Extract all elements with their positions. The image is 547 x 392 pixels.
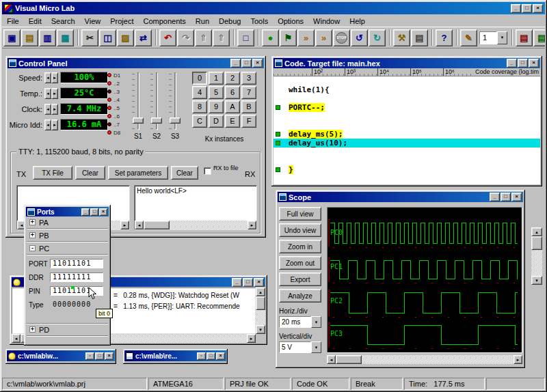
horiz-div-select[interactable]: 20 ms ▼ [279, 316, 321, 328]
port-branch-pb[interactable]: +PB [26, 231, 109, 240]
menu-edit[interactable]: Edit [24, 16, 46, 27]
maximize-button[interactable]: □ [518, 59, 528, 68]
vert-div-select[interactable]: 5 V ▼ [279, 341, 321, 353]
port-branch-pd[interactable]: +PD [26, 325, 109, 334]
close-button[interactable]: × [254, 278, 264, 287]
keypad-key-C[interactable]: C [192, 115, 207, 128]
keypad-key-3[interactable]: 3 [241, 72, 256, 85]
tx-file-button[interactable]: TX File [33, 166, 72, 180]
spin-up-button[interactable]: ► [51, 72, 58, 83]
instance-combo[interactable]: 1▼ [479, 31, 507, 44]
close-button[interactable]: × [252, 59, 263, 68]
code-listing[interactable]: while(1){PORTC--;delay_ms(5);delay_us(10… [274, 76, 540, 184]
export-button[interactable]: Export [279, 272, 321, 286]
keypad-key-1[interactable]: 1 [209, 72, 224, 85]
expand-icon[interactable]: + [29, 326, 36, 333]
scroll-down-button[interactable]: ▼ [531, 276, 542, 285]
keypad-key-9[interactable]: 9 [209, 100, 224, 113]
maximize-button[interactable]: □ [90, 208, 98, 216]
build-button[interactable]: ⚒ [393, 29, 410, 46]
scroll-left-button[interactable]: ◄ [327, 355, 336, 364]
code-titlebar[interactable]: Code. Target file: main.hex _ □ × [274, 58, 540, 68]
keypad-key-D[interactable]: D [209, 115, 224, 128]
spin-up-button[interactable]: ► [51, 120, 58, 130]
help-button[interactable]: ? [436, 29, 453, 46]
rx-to-file-checkbox[interactable] [204, 167, 211, 175]
scope-titlebar[interactable]: Scope _ □ × [278, 192, 523, 202]
breakpoint-button[interactable]: □ [237, 29, 254, 46]
maximize-button[interactable]: □ [241, 59, 252, 68]
menu-file[interactable]: File [2, 16, 24, 27]
keypad-key-4[interactable]: 4 [192, 86, 207, 99]
scroll-left-button[interactable]: ◄ [12, 334, 21, 343]
components-button[interactable]: ✎ [460, 29, 477, 46]
slider-s3[interactable] [169, 72, 181, 130]
scroll-track[interactable] [336, 355, 513, 364]
go-button[interactable]: ● [262, 29, 279, 46]
maximize-button[interactable]: □ [243, 278, 253, 287]
clear-rx-button[interactable]: Clear [171, 166, 198, 180]
port-branch-pc[interactable]: -PC [26, 244, 109, 253]
messages-vscrollbar[interactable]: ▲▼ [256, 288, 265, 334]
scroll-track[interactable] [144, 221, 248, 229]
scroll-thumb[interactable] [144, 221, 170, 229]
control-panel-titlebar[interactable]: Control Panel _ □ × [8, 58, 264, 68]
minimize-button[interactable]: _ [230, 59, 241, 68]
close-button[interactable]: × [511, 193, 522, 201]
undo-view-button[interactable]: Undo view [279, 223, 321, 237]
paste-button[interactable]: ▨ [117, 29, 134, 46]
spin-up-button[interactable]: ► [51, 88, 58, 99]
scroll-up-button[interactable]: ▲ [256, 288, 265, 296]
keypad-key-F[interactable]: F [241, 115, 256, 128]
slider-s1[interactable] [132, 72, 144, 130]
scroll-right-button[interactable]: ► [513, 355, 522, 364]
full-view-button[interactable]: Full view [279, 207, 321, 221]
minimize-button[interactable]: _ [507, 59, 517, 68]
restore-button[interactable]: ▫ [197, 352, 206, 360]
menu-help[interactable]: Help [345, 16, 370, 27]
swap-button[interactable]: ⇄ [135, 29, 152, 46]
maximize-button[interactable]: □ [501, 193, 511, 201]
dropdown-arrow-icon[interactable]: ▼ [311, 316, 321, 328]
copy-button[interactable]: ◫ [99, 29, 116, 46]
library-button[interactable]: ▤ [516, 29, 533, 46]
print-button[interactable]: ▤ [411, 29, 428, 46]
restart-button[interactable]: ↻ [369, 29, 386, 46]
menu-project[interactable]: Project [105, 16, 138, 27]
workspace-vscrollbar[interactable]: ▲▼ [531, 227, 542, 285]
scroll-track[interactable] [256, 296, 265, 325]
menu-debug[interactable]: Debug [214, 16, 245, 27]
scroll-down-button[interactable]: ▼ [256, 325, 265, 334]
minimized-titlebar[interactable]: c:\vmlab\w... ▫ □ × [7, 350, 115, 361]
ports-titlebar[interactable]: Ports _ □ × [26, 207, 109, 216]
step-button[interactable]: » [297, 29, 315, 46]
keypad-key-5[interactable]: 5 [209, 86, 224, 99]
close-button[interactable]: × [216, 352, 225, 360]
zoom-in-button[interactable]: Zoom in [279, 240, 321, 253]
maximize-button[interactable]: □ [206, 352, 215, 360]
minimize-button[interactable]: _ [81, 208, 90, 216]
scope-hscrollbar[interactable]: ◄► [327, 355, 522, 364]
rx-log[interactable]: Hello world<LF> ◄► [134, 185, 257, 230]
register-value[interactable]: 11111111 [50, 272, 103, 282]
close-button[interactable]: × [99, 208, 107, 216]
expand-icon[interactable]: + [29, 232, 36, 238]
spin-down-button[interactable]: ◄ [44, 120, 51, 130]
minimized-titlebar[interactable]: c:\vmlab\re... ▫ □ × [124, 350, 226, 361]
new-button[interactable]: ▣ [3, 29, 21, 46]
menu-tools[interactable]: Tools [245, 16, 273, 27]
scope-screen[interactable]: PC0PC1PC2PC3 [327, 207, 522, 353]
keypad-key-A[interactable]: A [225, 100, 240, 113]
restore-button[interactable]: ▫ [85, 352, 94, 360]
zoom-out-button[interactable]: Zoom out [279, 256, 321, 270]
run-to-end-button[interactable]: ⚑ [280, 29, 297, 46]
clear-tx-button[interactable]: Clear [75, 166, 105, 180]
scroll-right-button[interactable]: ► [247, 334, 256, 343]
menu-view[interactable]: View [80, 16, 106, 27]
set-parameters-button[interactable]: Set parameters [108, 166, 168, 180]
docs-button[interactable]: ▤ [533, 29, 545, 46]
reset-button[interactable]: ↺ [351, 29, 368, 46]
stop-button[interactable]: STOP [333, 29, 350, 46]
register-value[interactable]: 11011101 [50, 259, 103, 268]
keypad-key-7[interactable]: 7 [241, 86, 256, 99]
